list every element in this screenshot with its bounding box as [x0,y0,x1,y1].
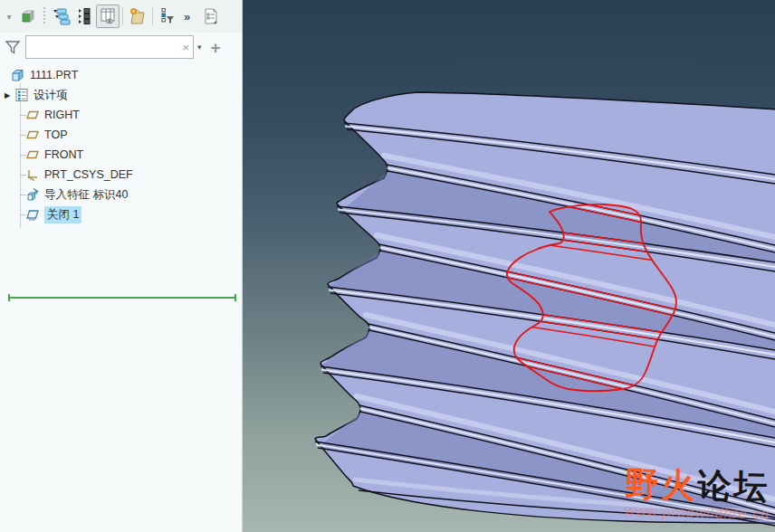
collapse-branches-icon [75,7,93,25]
datum-plane-icon [25,147,40,162]
tree-label: 设计项 [33,88,68,103]
model-tree-cube-icon [19,7,37,25]
tree-row-front-plane[interactable]: FRONT [0,145,242,165]
tree-label: 导入特征 标识40 [44,187,128,203]
feature-folder-button[interactable] [126,5,149,28]
tree-toolbar: ▾ [0,0,242,33]
quilt-icon [25,207,40,222]
tree-row-import-feature[interactable]: 导入特征 标识40 [0,185,242,204]
tree-label: TOP [44,128,67,141]
model-tree-button[interactable] [16,5,40,28]
tree-settings-button[interactable] [199,5,223,28]
clear-search-icon[interactable]: × [182,42,189,53]
design-items-icon [14,88,29,102]
worm-screw-model[interactable] [315,92,775,526]
coordinate-system-icon [25,167,40,182]
tree-columns-button[interactable] [96,5,120,28]
tree-filter-button[interactable] [156,5,179,28]
tree-label-selected: 关闭 1 [44,206,81,223]
tree-search-input[interactable] [30,37,178,57]
tree-row-csys[interactable]: PRT_CSYS_DEF [0,165,242,185]
toolbar-separator [122,7,123,25]
expand-arrow-icon[interactable]: ▶ [0,91,14,100]
collapse-panel-caret-icon[interactable]: ▾ [2,5,16,28]
tree-row-root[interactable]: 1111.PRT [0,65,242,85]
toolbar-overflow-button[interactable]: » [179,5,194,28]
funnel-icon [4,38,22,56]
datum-plane-icon [25,128,40,142]
tree-label: RIGHT [44,109,80,121]
model-canvas [243,0,775,532]
overflow-chevron-icon: » [184,10,189,24]
tree-row-top-plane[interactable]: TOP [0,125,242,145]
expand-branches-icon [51,7,71,25]
tree-row-design-items[interactable]: ▶ 设计项 [0,85,242,105]
add-filter-button[interactable]: + [211,39,221,56]
insertion-locator[interactable] [8,294,236,301]
tree-filter-icon [158,7,177,25]
tree-row-right-plane[interactable]: RIGHT [0,105,242,125]
tree-filter-row: × ▾ + [0,33,242,62]
collapse-branches-button[interactable] [72,5,96,28]
feature-folder-icon [128,7,148,25]
tree-label: FRONT [44,148,83,161]
datum-plane-icon [25,108,40,122]
tree-search-box: × [25,35,194,59]
tree-label-root: 1111.PRT [30,69,78,81]
tree-columns-icon [99,7,117,25]
toolbar-separator [152,7,153,25]
graphics-viewport[interactable]: 野火论坛 www.proewildfire.cn [243,0,775,532]
dots-separator [43,7,46,25]
model-tree: 1111.PRT ▶ 设计项 RIGHT [0,65,242,224]
part-cube-icon [11,68,25,82]
tree-row-quilt-selected[interactable]: 关闭 1 [0,204,242,224]
model-tree-panel: ▾ [0,0,243,532]
caret-down-icon: ▾ [6,12,11,22]
search-dropdown-caret-icon[interactable]: ▾ [197,43,202,52]
expand-branches-button[interactable] [49,5,72,28]
tree-label: PRT_CSYS_DEF [44,168,133,181]
tree-settings-icon [202,7,220,25]
import-feature-icon [25,187,40,202]
